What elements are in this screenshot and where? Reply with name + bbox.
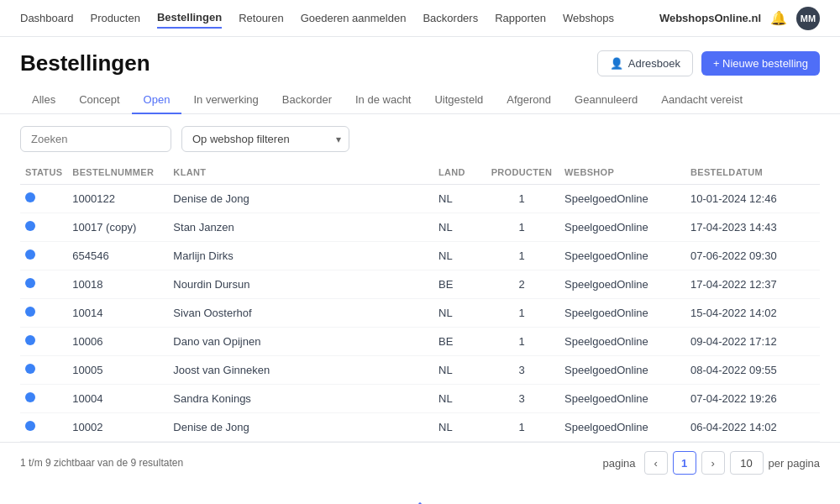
nav-bestellingen[interactable]: Bestellingen bbox=[157, 8, 222, 29]
nav-backorders[interactable]: Backorders bbox=[423, 8, 478, 28]
klant-cell: Nourdin Dursun bbox=[168, 270, 433, 299]
klant-cell: Dano van Opijnen bbox=[168, 328, 433, 356]
adresboek-icon: 👤 bbox=[610, 57, 623, 70]
table-row[interactable]: 10006 Dano van Opijnen BE 1 SpeelgoedOnl… bbox=[20, 328, 820, 356]
prev-page-button[interactable]: ‹ bbox=[644, 451, 668, 475]
webshop-cell: SpeelgoedOnline bbox=[559, 413, 685, 442]
nav-retouren[interactable]: Retouren bbox=[239, 8, 283, 28]
table-row[interactable]: 1000122 Denise de Jong NL 1 SpeelgoedOnl… bbox=[20, 185, 820, 213]
datum-cell: 06-04-2022 14:02 bbox=[685, 413, 820, 442]
webshop-cell: SpeelgoedOnline bbox=[559, 356, 685, 385]
col-header-status: STATUS bbox=[20, 160, 67, 185]
orders-table-container: STATUS BESTELNUMMER KLANT LAND PRODUCTEN… bbox=[0, 160, 840, 442]
tab-alles[interactable]: Alles bbox=[20, 87, 67, 114]
datum-cell: 15-04-2022 14:02 bbox=[685, 299, 820, 328]
pagination-controls: pagina ‹ 1 › per pagina bbox=[603, 451, 821, 475]
table-row[interactable]: 654546 Marlijn Dirks NL 1 SpeelgoedOnlin… bbox=[20, 242, 820, 270]
nav-goederen[interactable]: Goederen aanmelden bbox=[301, 8, 407, 28]
tabs-bar: Alles Concept Open In verwerking Backord… bbox=[0, 87, 840, 114]
adresboek-button[interactable]: 👤 Adresboek bbox=[597, 50, 693, 76]
bestelnummer-cell: 10014 bbox=[67, 299, 168, 328]
tab-inverwerking[interactable]: In verwerking bbox=[181, 87, 270, 114]
tab-backorder[interactable]: Backorder bbox=[270, 87, 344, 114]
per-page-input[interactable] bbox=[730, 451, 764, 475]
next-page-button[interactable]: › bbox=[701, 451, 725, 475]
nav-bar: Dashboard Producten Bestellingen Retoure… bbox=[0, 0, 840, 37]
col-header-land: LAND bbox=[433, 160, 484, 185]
status-dot bbox=[25, 364, 35, 374]
tab-uitgesteld[interactable]: Uitgesteld bbox=[423, 87, 495, 114]
table-row[interactable]: 10005 Joost van Ginneken NL 3 SpeelgoedO… bbox=[20, 356, 820, 385]
datum-cell: 09-04-2022 17:12 bbox=[685, 328, 820, 356]
status-cell bbox=[20, 385, 67, 413]
col-header-bestelnummer: BESTELNUMMER bbox=[67, 160, 168, 185]
land-cell: BE bbox=[433, 328, 484, 356]
bell-icon[interactable]: 🔔 bbox=[771, 11, 786, 26]
nav-brand: WebshopsOnline.nl bbox=[659, 12, 761, 24]
land-cell: NL bbox=[433, 413, 484, 442]
klant-cell: Sivan Oosterhof bbox=[168, 299, 433, 328]
status-dot bbox=[25, 278, 35, 288]
bestelnummer-cell: 10006 bbox=[67, 328, 168, 356]
webshop-filter-select[interactable]: Op webshop filteren SpeelgoedOnline bbox=[181, 126, 349, 152]
producten-cell: 1 bbox=[484, 213, 559, 242]
search-input[interactable] bbox=[20, 126, 171, 152]
bestelnummer-cell: 10002 bbox=[67, 413, 168, 442]
klant-cell: Denise de Jong bbox=[168, 413, 433, 442]
land-cell: NL bbox=[433, 299, 484, 328]
status-cell bbox=[20, 185, 67, 213]
datum-cell: 07-04-2022 19:26 bbox=[685, 385, 820, 413]
status-cell bbox=[20, 356, 67, 385]
nav-dashboard[interactable]: Dashboard bbox=[20, 8, 74, 28]
bestelnummer-cell: 10004 bbox=[67, 385, 168, 413]
tab-geannuleerd[interactable]: Geannuleerd bbox=[563, 87, 649, 114]
avatar[interactable]: MM bbox=[796, 7, 820, 30]
producten-cell: 1 bbox=[484, 413, 559, 442]
orders-table: STATUS BESTELNUMMER KLANT LAND PRODUCTEN… bbox=[20, 160, 820, 442]
status-cell bbox=[20, 413, 67, 442]
table-row[interactable]: 10017 (copy) Stan Janzen NL 1 SpeelgoedO… bbox=[20, 213, 820, 242]
table-row[interactable]: 10018 Nourdin Dursun BE 2 SpeelgoedOnlin… bbox=[20, 270, 820, 299]
klant-cell: Joost van Ginneken bbox=[168, 356, 433, 385]
tab-open[interactable]: Open bbox=[132, 87, 182, 114]
footer: ROCKSTAR FULFILMENT bbox=[0, 483, 840, 504]
land-cell: BE bbox=[433, 270, 484, 299]
land-cell: NL bbox=[433, 242, 484, 270]
page-1-button[interactable]: 1 bbox=[673, 451, 696, 475]
status-dot bbox=[25, 249, 35, 260]
klant-cell: Stan Janzen bbox=[168, 213, 433, 242]
datum-cell: 17-04-2022 12:37 bbox=[685, 270, 820, 299]
toolbar: Op webshop filteren SpeelgoedOnline bbox=[0, 114, 840, 160]
webshop-cell: SpeelgoedOnline bbox=[559, 385, 685, 413]
table-row[interactable]: 10004 Sandra Konings NL 3 SpeelgoedOnlin… bbox=[20, 385, 820, 413]
status-cell bbox=[20, 242, 67, 270]
nieuwe-bestelling-button[interactable]: + Nieuwe bestelling bbox=[701, 51, 820, 76]
datum-cell: 07-06-2022 09:30 bbox=[685, 242, 820, 270]
producten-cell: 3 bbox=[484, 385, 559, 413]
nav-links: Dashboard Producten Bestellingen Retoure… bbox=[20, 8, 614, 29]
tab-concept[interactable]: Concept bbox=[67, 87, 131, 114]
pagination-info: 1 t/m 9 zichtbaar van de 9 resultaten bbox=[20, 457, 183, 469]
producten-cell: 1 bbox=[484, 242, 559, 270]
table-row[interactable]: 10014 Sivan Oosterhof NL 1 SpeelgoedOnli… bbox=[20, 299, 820, 328]
col-header-klant: KLANT bbox=[168, 160, 433, 185]
tab-indewacht[interactable]: In de wacht bbox=[344, 87, 423, 114]
nav-right: WebshopsOnline.nl 🔔 MM bbox=[659, 7, 820, 30]
col-header-producten: PRODUCTEN bbox=[484, 160, 559, 185]
nav-webshops[interactable]: Webshops bbox=[563, 8, 614, 28]
col-header-besteldatum: BESTELDATUM bbox=[685, 160, 820, 185]
land-cell: NL bbox=[433, 213, 484, 242]
tab-aandacht[interactable]: Aandacht vereist bbox=[649, 87, 754, 114]
tab-afgerond[interactable]: Afgerond bbox=[495, 87, 563, 114]
star-icon bbox=[391, 500, 449, 504]
per-page-label: per pagina bbox=[769, 457, 820, 470]
nav-rapporten[interactable]: Rapporten bbox=[495, 8, 546, 28]
status-dot bbox=[25, 307, 35, 317]
producten-cell: 1 bbox=[484, 328, 559, 356]
nav-producten[interactable]: Producten bbox=[91, 8, 140, 28]
datum-cell: 08-04-2022 09:55 bbox=[685, 356, 820, 385]
webshop-cell: SpeelgoedOnline bbox=[559, 270, 685, 299]
bestelnummer-cell: 1000122 bbox=[67, 185, 168, 213]
table-row[interactable]: 10002 Denise de Jong NL 1 SpeelgoedOnlin… bbox=[20, 413, 820, 442]
page-title: Bestellingen bbox=[20, 50, 150, 76]
